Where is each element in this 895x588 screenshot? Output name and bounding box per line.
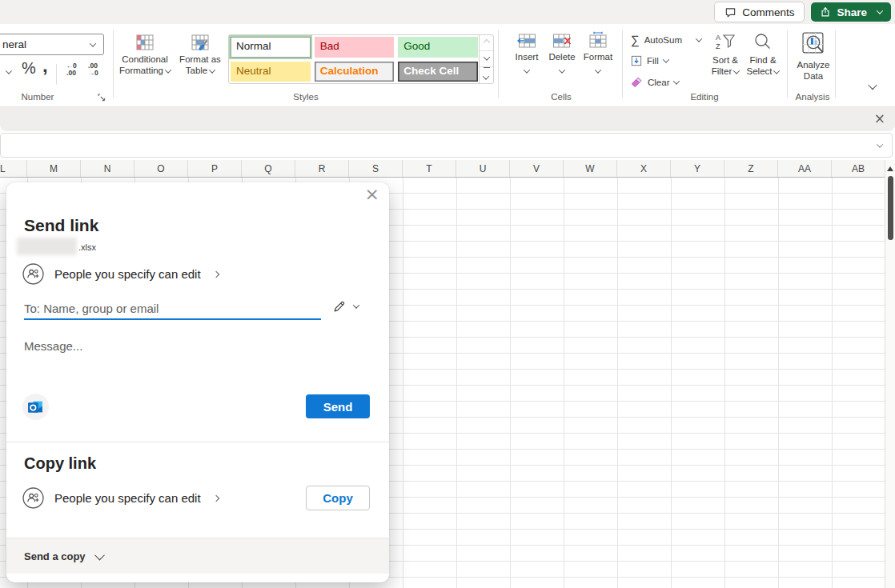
style-check-cell[interactable]: Check Cell <box>398 62 478 82</box>
styles-scroll-down-button[interactable] <box>480 50 493 66</box>
column-header-Q[interactable]: Q <box>242 160 295 177</box>
ribbon-collapse-chevron-icon[interactable] <box>868 81 877 90</box>
to-recipient-input[interactable] <box>24 298 322 318</box>
decrease-decimal-button[interactable]: .00→0 <box>82 62 103 77</box>
copy-link-permission-button[interactable]: People you specify can edit <box>22 487 219 509</box>
delete-label: Delete <box>544 51 580 62</box>
sort-filter-button[interactable]: A Z Sort & Filter <box>707 32 744 77</box>
comments-label: Comments <box>742 6 794 18</box>
vertical-scrollbar[interactable] <box>885 160 895 588</box>
editing-group-label: Editing <box>672 92 736 102</box>
column-header-P[interactable]: P <box>188 160 242 177</box>
conditional-formatting-icon <box>136 39 154 53</box>
outlook-button[interactable] <box>22 394 49 420</box>
group-divider <box>113 30 114 98</box>
share-icon <box>820 6 831 18</box>
number-format-chevron-icon <box>90 40 96 46</box>
dialog-divider <box>6 442 389 442</box>
share-button[interactable]: Share <box>811 2 891 22</box>
style-good[interactable]: Good <box>398 37 478 58</box>
style-neutral[interactable]: Neutral <box>231 62 311 82</box>
copy-permission-text: People you specify can edit <box>54 491 201 505</box>
cell-styles-gallery: NormalBadGoodNeutralCalculationCheck Cel… <box>228 34 494 84</box>
formula-bar-expand-chevron-icon[interactable] <box>877 141 883 147</box>
send-a-copy-label: Send a copy <box>24 550 86 562</box>
column-header-Z[interactable]: Z <box>724 160 778 177</box>
scrollbar-thumb[interactable] <box>888 176 893 240</box>
ribbon: neral % , ←0.00 .00→0 Number Conditional… <box>0 24 895 106</box>
permission-text: People you specify can edit <box>54 267 201 281</box>
conditional-formatting-button[interactable]: Conditional Formatting <box>118 34 171 76</box>
format-cells-button[interactable]: Format <box>580 31 616 77</box>
share-dropdown-chevron-icon[interactable] <box>877 7 883 14</box>
recipient-permission-button[interactable] <box>332 299 359 314</box>
fill-button[interactable]: Fill <box>631 55 668 66</box>
column-header-N[interactable]: N <box>81 160 134 177</box>
styles-scroll-up-button[interactable] <box>480 35 493 50</box>
comments-icon <box>724 6 736 18</box>
format-as-table-label-1: Format as <box>175 54 225 65</box>
column-header-AA[interactable]: AA <box>778 160 832 177</box>
message-input[interactable] <box>24 336 368 355</box>
find-select-button[interactable]: Find & Select <box>744 32 782 77</box>
permission-chevron-icon <box>212 270 219 277</box>
column-header-S[interactable]: S <box>349 160 403 177</box>
accounting-format-chevron-icon[interactable] <box>6 67 12 74</box>
recipient-permission-chevron-icon <box>353 302 359 308</box>
link-permission-button[interactable]: People you specify can edit <box>22 263 219 285</box>
comma-style-button[interactable]: , <box>42 54 48 77</box>
copy-button[interactable]: Copy <box>306 486 370 510</box>
comments-button[interactable]: Comments <box>714 2 805 22</box>
column-header-U[interactable]: U <box>456 160 510 177</box>
cells-group-label: Cells <box>529 92 593 102</box>
delete-chevron-icon <box>559 66 565 73</box>
autosum-button[interactable]: ∑ AutoSum <box>631 34 701 46</box>
number-format-value: neral <box>2 38 26 50</box>
dialog-close-icon[interactable]: × <box>365 184 379 204</box>
delete-cells-button[interactable]: Delete <box>544 34 580 77</box>
insert-cells-button[interactable]: Insert <box>509 34 544 77</box>
column-header-L[interactable]: L <box>0 160 27 177</box>
autosum-label: AutoSum <box>644 35 682 45</box>
column-header-O[interactable]: O <box>134 160 188 177</box>
analyze-data-button[interactable]: Analyze Data <box>790 31 837 82</box>
fill-icon <box>631 55 642 66</box>
send-a-copy-button[interactable]: Send a copy <box>6 538 389 574</box>
outlook-icon <box>27 398 44 415</box>
increase-decimal-button[interactable]: ←0.00 <box>61 62 82 77</box>
format-chevron-icon <box>595 66 601 73</box>
message-bar-close-icon[interactable]: × <box>874 110 885 126</box>
column-header-V[interactable]: V <box>510 160 564 177</box>
format-as-table-button[interactable]: Format as Table <box>175 34 225 76</box>
insert-label: Insert <box>509 51 544 62</box>
format-as-table-chevron-icon <box>209 66 215 73</box>
svg-text:Z: Z <box>716 42 720 50</box>
column-header-R[interactable]: R <box>295 160 349 177</box>
column-header-AB[interactable]: AB <box>832 160 885 177</box>
number-dialog-launcher-icon[interactable] <box>98 90 106 105</box>
column-header-Y[interactable]: Y <box>671 160 724 177</box>
column-header-T[interactable]: T <box>403 160 456 177</box>
analyze-data-icon <box>801 45 826 58</box>
style-bad[interactable]: Bad <box>315 37 395 58</box>
styles-more-button[interactable] <box>480 66 493 84</box>
styles-group-label: Styles <box>266 92 346 102</box>
people-icon <box>22 263 44 285</box>
clear-button[interactable]: Clear <box>631 76 679 88</box>
style-normal[interactable]: Normal <box>231 37 311 58</box>
delete-cells-icon <box>552 37 572 50</box>
percent-style-button[interactable]: % <box>22 59 36 78</box>
style-calculation[interactable]: Calculation <box>315 62 395 82</box>
sort-filter-label-1: Sort & <box>707 54 744 66</box>
formula-bar[interactable] <box>0 133 893 158</box>
send-button[interactable]: Send <box>306 394 370 418</box>
send-a-copy-chevron-icon <box>94 550 105 560</box>
clear-chevron-icon <box>673 78 680 84</box>
number-format-dropdown[interactable]: neral <box>0 34 104 55</box>
column-header-M[interactable]: M <box>27 160 81 177</box>
column-header-W[interactable]: W <box>564 160 617 177</box>
conditional-formatting-label-2: Formatting <box>119 66 163 75</box>
insert-cells-icon <box>517 37 536 50</box>
scroll-up-arrow-icon[interactable] <box>887 166 893 171</box>
column-header-X[interactable]: X <box>617 160 671 177</box>
